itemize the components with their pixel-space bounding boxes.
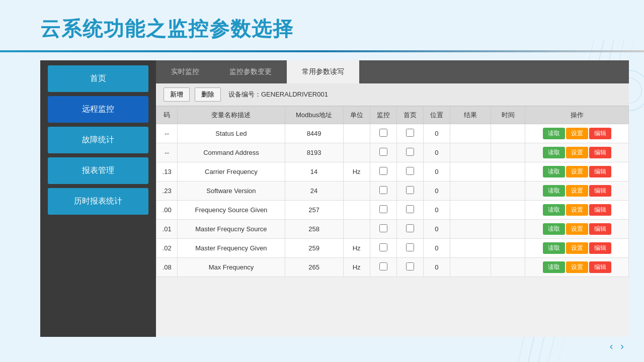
cell-result-4 (450, 201, 491, 220)
set-button-7[interactable]: 设置 (566, 261, 588, 273)
checkbox-monitor-5[interactable] (379, 224, 387, 232)
cell-modbus-7: 265 (285, 258, 343, 277)
table-row: .23Software Version240读取设置编辑 (156, 182, 629, 201)
tab-0[interactable]: 实时监控 (156, 60, 214, 83)
table-header-9: 操作 (525, 107, 629, 124)
cell-position-3: 0 (423, 182, 450, 201)
cell-unit-5 (343, 220, 370, 239)
set-button-5[interactable]: 设置 (566, 223, 588, 235)
cell-actions-0: 读取设置编辑 (525, 124, 629, 143)
cell-unit-3 (343, 182, 370, 201)
edit-button-6[interactable]: 编辑 (589, 242, 611, 254)
add-button[interactable]: 新增 (164, 87, 190, 102)
checkbox-homepage-5[interactable] (406, 224, 414, 232)
checkbox-monitor-0[interactable] (379, 129, 387, 137)
cell-code-2: .13 (156, 162, 178, 182)
cell-result-5 (450, 220, 491, 239)
content-area: 实时监控监控参数变更常用参数读写 新增 删除 设备编号：GENERALDRIVE… (156, 60, 629, 337)
delete-button[interactable]: 删除 (195, 87, 221, 102)
cell-modbus-0: 8449 (285, 124, 343, 143)
set-button-2[interactable]: 设置 (566, 166, 588, 177)
checkbox-homepage-6[interactable] (406, 243, 414, 251)
checkbox-homepage-7[interactable] (406, 262, 414, 270)
table-row: --Command Address81930读取设置编辑 (156, 143, 629, 162)
cell-result-1 (450, 143, 491, 162)
checkbox-monitor-6[interactable] (379, 243, 387, 251)
cell-position-7: 0 (423, 258, 450, 277)
table-header-6: 位置 (423, 107, 450, 124)
sidebar-btn-4[interactable]: 历时报表统计 (48, 188, 148, 215)
sidebar-btn-0[interactable]: 首页 (48, 65, 148, 92)
set-button-3[interactable]: 设置 (566, 185, 588, 197)
table-row: .02Master Frequency Given259Hz0读取设置编辑 (156, 239, 629, 258)
cell-actions-7: 读取设置编辑 (525, 258, 629, 277)
tab-1[interactable]: 监控参数变更 (214, 60, 287, 83)
cell-code-5: .01 (156, 220, 178, 239)
table-header-2: Modbus地址 (285, 107, 343, 124)
read-button-6[interactable]: 读取 (543, 242, 565, 254)
cell-position-5: 0 (423, 220, 450, 239)
read-button-4[interactable]: 读取 (543, 204, 565, 216)
cell-position-6: 0 (423, 239, 450, 258)
cell-code-7: .08 (156, 258, 178, 277)
edit-button-5[interactable]: 编辑 (589, 223, 611, 235)
scroll-next-arrow[interactable]: › (620, 340, 624, 352)
cell-name-6: Master Frequency Given (178, 239, 285, 258)
checkbox-homepage-3[interactable] (406, 186, 414, 194)
edit-button-3[interactable]: 编辑 (589, 185, 611, 197)
table-wrapper: 新增 删除 设备编号：GENERALDRIVER001 码变量名称描述Modbu… (156, 83, 629, 337)
cell-name-1: Command Address (178, 143, 285, 162)
checkbox-monitor-1[interactable] (379, 148, 387, 156)
checkbox-homepage-4[interactable] (406, 205, 414, 213)
cell-time-4 (491, 201, 525, 220)
set-button-0[interactable]: 设置 (566, 128, 588, 139)
table-header-8: 时间 (491, 107, 525, 124)
cell-time-3 (491, 182, 525, 201)
cell-name-5: Master Frequcny Source (178, 220, 285, 239)
checkbox-monitor-7[interactable] (379, 262, 387, 270)
cell-modbus-6: 259 (285, 239, 343, 258)
set-button-1[interactable]: 设置 (566, 147, 588, 158)
sidebar-btn-2[interactable]: 故障统计 (48, 127, 148, 153)
page-title: 云系统功能之监控参数选择 (40, 15, 294, 43)
tab-2[interactable]: 常用参数读写 (287, 60, 359, 83)
table-header-3: 单位 (343, 107, 370, 124)
cell-modbus-5: 258 (285, 220, 343, 239)
cell-actions-5: 读取设置编辑 (525, 220, 629, 239)
cell-time-5 (491, 220, 525, 239)
edit-button-2[interactable]: 编辑 (589, 166, 611, 177)
scroll-indicator: ‹ › (610, 340, 624, 352)
set-button-6[interactable]: 设置 (566, 242, 588, 254)
read-button-5[interactable]: 读取 (543, 223, 565, 235)
cell-code-0: -- (156, 124, 178, 143)
checkbox-monitor-2[interactable] (379, 167, 387, 175)
cell-name-2: Carrier Frequency (178, 162, 285, 182)
read-button-1[interactable]: 读取 (543, 147, 565, 158)
cell-time-1 (491, 143, 525, 162)
cell-time-6 (491, 239, 525, 258)
scroll-prev-arrow[interactable]: ‹ (610, 340, 613, 352)
edit-button-7[interactable]: 编辑 (589, 261, 611, 273)
cell-code-1: -- (156, 143, 178, 162)
read-button-0[interactable]: 读取 (543, 128, 565, 139)
edit-button-1[interactable]: 编辑 (589, 147, 611, 158)
checkbox-homepage-2[interactable] (406, 167, 414, 175)
sidebar-btn-3[interactable]: 报表管理 (48, 157, 148, 184)
checkbox-monitor-3[interactable] (379, 186, 387, 194)
read-button-2[interactable]: 读取 (543, 166, 565, 177)
tabs: 实时监控监控参数变更常用参数读写 (156, 60, 629, 83)
table-row: .08Max Frequency265Hz0读取设置编辑 (156, 258, 629, 277)
data-table: 码变量名称描述Modbus地址单位监控首页位置结果时间操作 --Status L… (156, 106, 629, 277)
cell-code-3: .23 (156, 182, 178, 201)
sidebar: 首页远程监控故障统计报表管理历时报表统计 (40, 60, 156, 337)
set-button-4[interactable]: 设置 (566, 204, 588, 216)
read-button-3[interactable]: 读取 (543, 185, 565, 197)
edit-button-0[interactable]: 编辑 (589, 128, 611, 139)
read-button-7[interactable]: 读取 (543, 261, 565, 273)
checkbox-monitor-4[interactable] (379, 205, 387, 213)
sidebar-btn-1[interactable]: 远程监控 (48, 96, 148, 123)
edit-button-4[interactable]: 编辑 (589, 204, 611, 216)
checkbox-homepage-0[interactable] (406, 129, 414, 137)
checkbox-homepage-1[interactable] (406, 148, 414, 156)
table-row: .13Carrier Frequency14Hz0读取设置编辑 (156, 162, 629, 182)
